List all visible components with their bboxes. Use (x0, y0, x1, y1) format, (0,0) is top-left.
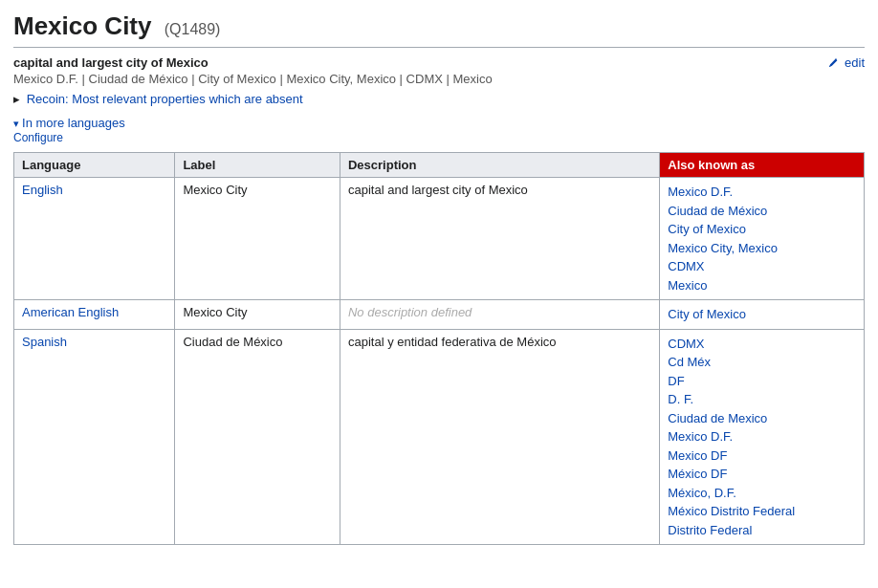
cell-label: Mexico City (175, 178, 340, 300)
alias-link[interactable]: Mexico (668, 278, 707, 293)
alias-link[interactable]: Distrito Federal (668, 523, 752, 537)
alias-item: Distrito Federal (668, 521, 856, 540)
alias-link[interactable]: México DF (668, 467, 727, 481)
alias-item: Ciudad de México (668, 202, 856, 221)
cell-language: American English (14, 300, 175, 330)
alias-item: México Distrito Federal (668, 502, 856, 521)
language-link[interactable]: English (22, 183, 63, 197)
alias-link[interactable]: Mexico D.F. (668, 185, 733, 199)
edit-button[interactable]: edit (829, 55, 865, 70)
description-block: capital and largest city of Mexico Mexic… (13, 55, 493, 106)
recoin-link[interactable]: Recoin: Most relevant properties which a… (27, 92, 303, 106)
description-row: capital and largest city of Mexico Mexic… (13, 55, 865, 106)
alias-link[interactable]: Ciudad de México (668, 204, 767, 218)
cell-language: English (14, 178, 175, 300)
table-body: EnglishMexico Citycapital and largest ci… (14, 178, 865, 545)
alias-link[interactable]: DF (668, 374, 684, 388)
configure-link[interactable]: Configure (13, 131, 865, 144)
alias-item: CDMX (668, 335, 856, 354)
aliases-line: Mexico D.F. | Ciudad de México | City of… (13, 72, 493, 86)
alias-link[interactable]: México, D.F. (668, 486, 736, 500)
alias-link[interactable]: Mexico DF (668, 448, 727, 463)
col-also-known-as: Also known as (660, 153, 865, 178)
table-row: American EnglishMexico CityNo descriptio… (14, 300, 865, 330)
cell-description: capital y entidad federativa de México (340, 329, 659, 545)
alias-item: Mexico D.F. (668, 427, 856, 446)
no-description-text: No description defined (348, 305, 472, 319)
alias-item: City of Mexico (668, 305, 856, 324)
table-head: Language Label Description Also known as (14, 153, 865, 178)
alias-item: Mexico DF (668, 446, 856, 466)
cell-language: Spanish (14, 329, 175, 545)
col-label: Label (175, 153, 340, 178)
alias-item: México, D.F. (668, 484, 856, 503)
cell-also-known-as: City of Mexico (660, 300, 865, 330)
alias-link[interactable]: México Distrito Federal (668, 504, 795, 518)
alias-item: DF (668, 372, 856, 391)
table-row: EnglishMexico Citycapital and largest ci… (14, 178, 865, 300)
cell-also-known-as: Mexico D.F.Ciudad de MéxicoCity of Mexic… (660, 178, 865, 300)
alias-link[interactable]: CDMX (668, 259, 704, 273)
title-divider (13, 47, 865, 48)
cell-also-known-as: CDMXCd MéxDFD. F.Ciudad de MexicoMexico … (660, 329, 865, 545)
alias-item: México DF (668, 465, 856, 484)
alias-link[interactable]: City of Mexico (668, 222, 746, 236)
in-more-languages-toggle[interactable]: In more languages (13, 116, 125, 130)
cell-description: No description defined (340, 300, 659, 330)
col-description: Description (340, 153, 659, 178)
col-language: Language (14, 153, 175, 178)
main-description: capital and largest city of Mexico (13, 55, 493, 70)
alias-item: City of Mexico (668, 220, 856, 239)
alias-item: Mexico City, Mexico (668, 239, 856, 258)
title-text: Mexico City (13, 11, 152, 40)
cell-label: Mexico City (175, 300, 340, 330)
alias-item: CDMX (668, 257, 856, 276)
table-row: SpanishCiudad de Méxicocapital y entidad… (14, 329, 865, 545)
alias-item: Ciudad de Mexico (668, 409, 856, 428)
alias-item: D. F. (668, 390, 856, 409)
edit-label: edit (845, 55, 865, 70)
cell-description: capital and largest city of Mexico (340, 178, 659, 300)
cell-label: Ciudad de México (175, 329, 340, 545)
language-link[interactable]: Spanish (22, 335, 67, 349)
page-title: Mexico City (Q1489) (13, 11, 865, 41)
table-header-row: Language Label Description Also known as (14, 153, 865, 178)
edit-section: edit (829, 55, 865, 70)
language-link[interactable]: American English (22, 305, 119, 319)
qid: (Q1489) (165, 21, 221, 37)
alias-link[interactable]: CDMX (668, 337, 704, 351)
alias-link[interactable]: Cd Méx (668, 355, 711, 369)
recoin-triangle-icon: ▸ (13, 92, 20, 106)
languages-section: In more languages Configure Language Lab… (13, 116, 865, 545)
alias-link[interactable]: Ciudad de Mexico (668, 411, 767, 425)
alias-item: Mexico (668, 276, 856, 295)
alias-link[interactable]: City of Mexico (668, 307, 746, 321)
languages-table: Language Label Description Also known as… (13, 152, 865, 545)
alias-item: Cd Méx (668, 353, 856, 372)
alias-link[interactable]: Mexico City, Mexico (668, 241, 778, 255)
pencil-icon (829, 57, 839, 67)
recoin-line: ▸ Recoin: Most relevant properties which… (13, 92, 493, 106)
alias-item: Mexico D.F. (668, 183, 856, 202)
alias-link[interactable]: Mexico D.F. (668, 429, 733, 444)
alias-link[interactable]: D. F. (668, 392, 693, 406)
